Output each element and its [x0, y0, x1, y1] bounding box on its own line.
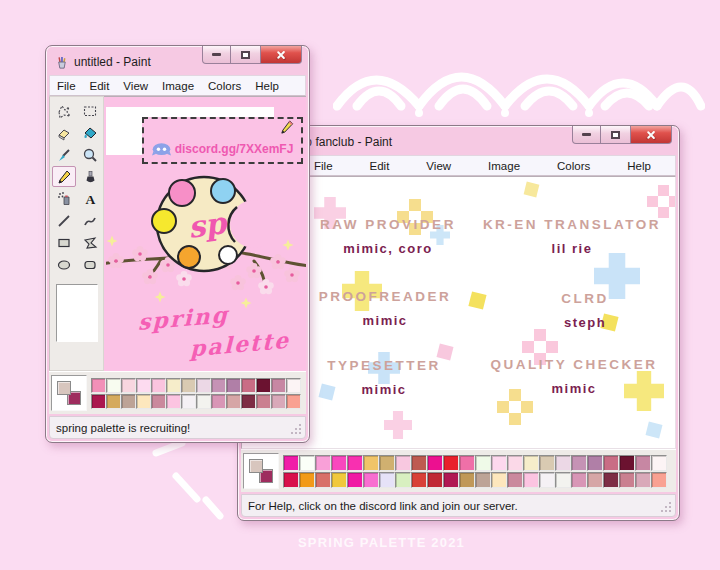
- tool-rounded-rectangle-button[interactable]: [78, 254, 102, 275]
- palette-swatch[interactable]: [411, 455, 427, 471]
- paint-canvas[interactable]: discord.gg/7XXemFJ: [104, 96, 306, 371]
- tool-text-button[interactable]: A: [78, 188, 102, 209]
- palette-swatch[interactable]: [211, 378, 226, 393]
- tool-pencil-button[interactable]: [52, 166, 76, 187]
- tool-magnifier-button[interactable]: [78, 144, 102, 165]
- palette-swatch[interactable]: [196, 378, 211, 393]
- palette-swatch[interactable]: [507, 472, 523, 488]
- palette-swatch[interactable]: [106, 378, 121, 393]
- menu-item[interactable]: Edit: [83, 80, 117, 92]
- palette-swatch[interactable]: [539, 472, 555, 488]
- close-button[interactable]: [260, 46, 302, 64]
- titlebar[interactable]: untitled - Paint: [49, 49, 306, 75]
- tool-line-button[interactable]: [52, 210, 76, 231]
- palette-swatch[interactable]: [443, 455, 459, 471]
- palette-swatch[interactable]: [459, 455, 475, 471]
- palette-swatch[interactable]: [315, 472, 331, 488]
- tool-brush-button[interactable]: [78, 166, 102, 187]
- tool-fill-button[interactable]: [78, 122, 102, 143]
- tool-eraser-button[interactable]: [52, 122, 76, 143]
- menu-item[interactable]: Image: [155, 80, 201, 92]
- foreground-background-color-indicator[interactable]: [243, 453, 279, 489]
- palette-swatch[interactable]: [226, 378, 241, 393]
- foreground-background-color-indicator[interactable]: [51, 375, 87, 411]
- palette-swatch[interactable]: [587, 455, 603, 471]
- palette-swatch[interactable]: [151, 394, 166, 409]
- palette-swatch[interactable]: [635, 455, 651, 471]
- menu-item[interactable]: Help: [248, 80, 286, 92]
- tool-ellipse-button[interactable]: [52, 254, 76, 275]
- palette-swatch[interactable]: [241, 378, 256, 393]
- tool-curve-button[interactable]: [78, 210, 102, 231]
- palette-swatch[interactable]: [571, 455, 587, 471]
- palette-swatch[interactable]: [241, 394, 256, 409]
- menu-item[interactable]: View: [116, 80, 155, 92]
- palette-swatch[interactable]: [379, 472, 395, 488]
- palette-swatch[interactable]: [181, 394, 196, 409]
- palette-swatch[interactable]: [181, 378, 196, 393]
- tool-select-button[interactable]: [78, 100, 102, 121]
- palette-swatch[interactable]: [507, 455, 523, 471]
- palette-swatch[interactable]: [539, 455, 555, 471]
- palette-swatch[interactable]: [363, 455, 379, 471]
- palette-swatch[interactable]: [443, 472, 459, 488]
- palette-swatch[interactable]: [299, 455, 315, 471]
- palette-swatch[interactable]: [196, 394, 211, 409]
- palette-swatch[interactable]: [571, 472, 587, 488]
- palette-swatch[interactable]: [411, 472, 427, 488]
- palette-swatch[interactable]: [347, 455, 363, 471]
- palette-swatch[interactable]: [459, 472, 475, 488]
- tool-options-box[interactable]: [56, 284, 98, 342]
- palette-swatch[interactable]: [256, 378, 271, 393]
- palette-swatch[interactable]: [523, 472, 539, 488]
- palette-swatch[interactable]: [395, 472, 411, 488]
- palette-swatch[interactable]: [347, 472, 363, 488]
- palette-swatch[interactable]: [299, 472, 315, 488]
- palette-swatch[interactable]: [491, 455, 507, 471]
- palette-swatch[interactable]: [523, 455, 539, 471]
- palette-swatch[interactable]: [331, 455, 347, 471]
- menu-item[interactable]: File: [50, 80, 83, 92]
- palette-swatch[interactable]: [475, 455, 491, 471]
- palette-swatch[interactable]: [136, 378, 151, 393]
- menu-item[interactable]: Colors: [557, 160, 590, 172]
- palette-swatch[interactable]: [136, 394, 151, 409]
- palette-swatch[interactable]: [491, 472, 507, 488]
- palette-swatch[interactable]: [283, 455, 299, 471]
- palette-swatch[interactable]: [651, 472, 667, 488]
- minimize-button[interactable]: [572, 126, 601, 144]
- palette-swatch[interactable]: [603, 472, 619, 488]
- palette-swatch[interactable]: [427, 455, 443, 471]
- tool-free-form-select-button[interactable]: [52, 100, 76, 121]
- palette-swatch[interactable]: [151, 378, 166, 393]
- palette-swatch[interactable]: [651, 455, 667, 471]
- palette-swatch[interactable]: [363, 472, 379, 488]
- palette-swatch[interactable]: [271, 378, 286, 393]
- palette-swatch[interactable]: [395, 455, 411, 471]
- palette-swatch[interactable]: [226, 394, 241, 409]
- palette-swatch[interactable]: [635, 472, 651, 488]
- maximize-button[interactable]: [231, 46, 260, 64]
- palette-swatch[interactable]: [475, 472, 491, 488]
- palette-swatch[interactable]: [603, 455, 619, 471]
- palette-swatch[interactable]: [555, 472, 571, 488]
- maximize-button[interactable]: [601, 126, 630, 144]
- palette-swatch[interactable]: [286, 394, 301, 409]
- close-button[interactable]: [630, 126, 672, 144]
- minimize-button[interactable]: [202, 46, 231, 64]
- palette-swatch[interactable]: [121, 394, 136, 409]
- menu-item[interactable]: Colors: [201, 80, 248, 92]
- palette-swatch[interactable]: [106, 394, 121, 409]
- palette-swatch[interactable]: [91, 378, 106, 393]
- palette-swatch[interactable]: [211, 394, 226, 409]
- palette-swatch[interactable]: [283, 472, 299, 488]
- palette-swatch[interactable]: [619, 455, 635, 471]
- palette-swatch[interactable]: [379, 455, 395, 471]
- palette-swatch[interactable]: [286, 378, 301, 393]
- menu-item[interactable]: Help: [627, 160, 651, 172]
- tool-polygon-button[interactable]: [78, 232, 102, 253]
- menu-item[interactable]: View: [426, 160, 451, 172]
- palette-swatch[interactable]: [587, 472, 603, 488]
- palette-swatch[interactable]: [271, 394, 286, 409]
- palette-swatch[interactable]: [555, 455, 571, 471]
